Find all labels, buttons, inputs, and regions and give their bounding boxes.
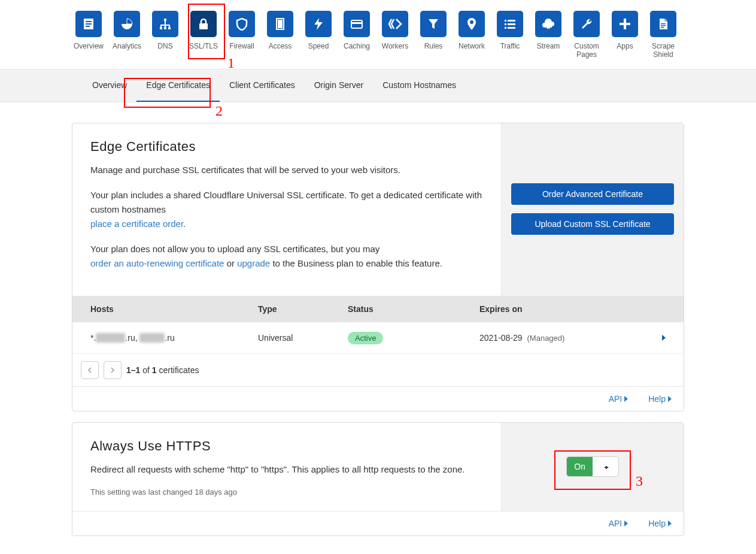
toggle-handle: ◂▸	[593, 457, 618, 476]
pagination-prev-button[interactable]	[81, 361, 99, 379]
certificate-table-row[interactable]: *.xxxxxxx.ru, xxxxxx.ru Universal Active…	[72, 322, 684, 354]
nav-label: Apps	[617, 42, 633, 50]
caret-right-icon	[668, 396, 672, 402]
wrench-icon	[573, 11, 600, 37]
nav-ssl-tls[interactable]: SSL/TLS	[190, 11, 217, 59]
nav-label: Rules	[424, 42, 443, 50]
svg-rect-6	[164, 27, 166, 29]
pg-label: certificates	[157, 365, 199, 375]
api-link[interactable]: API	[609, 394, 629, 404]
expand-row[interactable]	[648, 333, 666, 343]
subtab-client-certificates[interactable]: Client Certificates	[220, 69, 305, 102]
toggle-on-label: On	[567, 457, 593, 476]
workers-icon	[382, 11, 408, 37]
nav-analytics[interactable]: Analytics	[114, 11, 140, 59]
svg-rect-8	[199, 23, 208, 29]
nav-label: Traffic	[500, 42, 520, 50]
caret-right-icon	[624, 520, 628, 526]
edge-upload-info: Your plan does not allow you to upload a…	[90, 242, 483, 271]
api-label: API	[609, 519, 623, 528]
nav-label: Stream	[537, 42, 560, 50]
edge-upload-text2: to the Business plan to enable this feat…	[270, 258, 442, 268]
https-last-changed: This setting was last changed 18 days ag…	[90, 488, 483, 497]
svg-rect-21	[620, 23, 630, 25]
subtab-custom-hostnames[interactable]: Custom Hostnames	[373, 69, 466, 102]
always-https-card: Always Use HTTPS Redirect all requests w…	[72, 422, 684, 536]
svg-rect-15	[508, 20, 515, 22]
pagination-next-button[interactable]	[104, 361, 122, 379]
svg-rect-2	[86, 23, 92, 25]
svg-rect-1	[86, 21, 92, 22]
https-desc: Redirect all requests with scheme "http"…	[90, 462, 483, 477]
nav-network[interactable]: Network	[459, 11, 485, 59]
nav-firewall[interactable]: Firewall	[229, 11, 255, 59]
nav-dns[interactable]: DNS	[152, 11, 178, 59]
nav-speed[interactable]: Speed	[305, 11, 332, 59]
help-link[interactable]: Help	[648, 394, 672, 404]
api-label: API	[609, 394, 623, 404]
order-advanced-certificate-button[interactable]: Order Advanced Certificate	[511, 183, 674, 205]
nav-apps[interactable]: Apps	[612, 11, 638, 59]
doc-icon	[75, 11, 102, 37]
lock-icon	[190, 11, 217, 37]
nav-workers[interactable]: Workers	[382, 11, 408, 59]
edge-title: Edge Certificates	[90, 139, 483, 155]
place-certificate-order-link[interactable]: place a certificate order	[90, 219, 183, 229]
status-badge: Active	[348, 332, 383, 344]
exp-note: (Managed)	[527, 334, 565, 343]
api-link[interactable]: API	[609, 519, 629, 528]
subtab-overview[interactable]: Overview	[83, 69, 136, 102]
card-icon	[344, 11, 370, 37]
svg-rect-22	[661, 23, 666, 25]
nav-custom-pages[interactable]: Custom Pages	[573, 11, 600, 59]
nav-stream[interactable]: Stream	[535, 11, 561, 59]
nav-label: SSL/TLS	[189, 42, 218, 50]
list-icon	[497, 11, 523, 37]
edge-plan-text: Your plan includes a shared Cloudflare U…	[90, 190, 482, 214]
nav-label: Firewall	[229, 42, 254, 50]
nav-label: Network	[459, 42, 485, 50]
nav-label: Analytics	[113, 42, 141, 50]
certificates-table-header: Hosts Type Status Expires on	[72, 296, 684, 322]
page-icon	[650, 11, 676, 37]
nav-overview[interactable]: Overview	[75, 11, 102, 59]
nav-traffic[interactable]: Traffic	[497, 11, 523, 59]
svg-rect-24	[661, 27, 664, 28]
host-prefix: *.	[90, 333, 96, 343]
nav-access[interactable]: Access	[267, 11, 293, 59]
svg-rect-18	[505, 27, 506, 29]
svg-rect-14	[505, 20, 506, 22]
help-link[interactable]: Help	[648, 519, 672, 528]
period: .	[183, 219, 186, 229]
svg-rect-23	[661, 25, 666, 26]
host-redacted-2: xxxxxx	[139, 333, 165, 343]
svg-rect-3	[86, 26, 90, 27]
nav-label: Caching	[344, 42, 370, 50]
pg-range: 1–1	[126, 365, 140, 375]
nav-scrape-shield[interactable]: Scrape Shield	[650, 11, 676, 59]
subtab-edge-certificates[interactable]: Edge Certificates	[136, 69, 220, 102]
svg-rect-12	[351, 22, 362, 24]
cert-expires: 2021-08-29 (Managed)	[479, 333, 648, 343]
order-auto-renewing-link[interactable]: order an auto-renewing certificate	[90, 258, 224, 268]
nav-rules[interactable]: Rules	[420, 11, 447, 59]
door-icon	[267, 11, 293, 37]
help-label: Help	[648, 519, 666, 528]
col-status-header: Status	[348, 304, 479, 314]
host-suffix: .ru	[165, 333, 174, 343]
pg-of: of	[140, 365, 151, 375]
svg-rect-19	[508, 27, 515, 29]
nav-caching[interactable]: Caching	[344, 11, 370, 59]
help-label: Help	[648, 394, 666, 404]
nav-label: Workers	[382, 42, 408, 50]
edge-upload-text: Your plan does not allow you to upload a…	[90, 244, 379, 254]
annotation-num-3: 3	[636, 473, 643, 489]
svg-rect-10	[278, 20, 283, 28]
subtab-origin-server[interactable]: Origin Server	[305, 69, 373, 102]
cert-status: Active	[348, 333, 479, 343]
nav-label: Custom Pages	[569, 42, 605, 59]
upload-custom-ssl-button[interactable]: Upload Custom SSL Certificate	[511, 213, 674, 235]
upgrade-link[interactable]: upgrade	[237, 258, 270, 268]
always-https-toggle[interactable]: On ◂▸	[566, 456, 619, 477]
exp-date: 2021-08-29	[479, 333, 523, 343]
